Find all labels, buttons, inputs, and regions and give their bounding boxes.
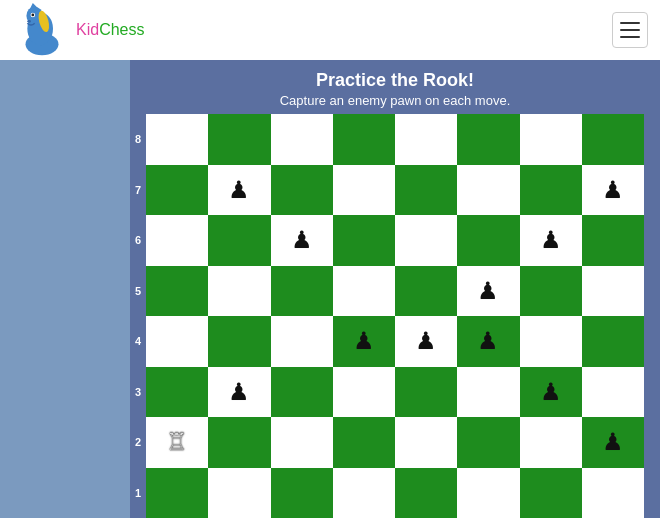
logo-text: KidChess (76, 21, 144, 39)
rank-3: 3 (130, 367, 146, 418)
black-pawn-e4: ♟ (415, 329, 437, 353)
cell-c1[interactable] (271, 468, 333, 519)
black-pawn-b3: ♟ (228, 380, 250, 404)
cell-f4[interactable]: ♟ (457, 316, 519, 367)
cell-a8[interactable] (146, 114, 208, 165)
cell-e2[interactable] (395, 417, 457, 468)
cell-d6[interactable] (333, 215, 395, 266)
cell-h3[interactable] (582, 367, 644, 418)
cell-d2[interactable] (333, 417, 395, 468)
cell-b4[interactable] (208, 316, 270, 367)
cell-c4[interactable] (271, 316, 333, 367)
cell-d3[interactable] (333, 367, 395, 418)
cell-h1[interactable] (582, 468, 644, 519)
cell-b5[interactable] (208, 266, 270, 317)
black-pawn-h2: ♟ (602, 430, 624, 454)
black-pawn-b7: ♟ (228, 178, 250, 202)
cell-c6[interactable]: ♟ (271, 215, 333, 266)
cell-c5[interactable] (271, 266, 333, 317)
cell-b3[interactable]: ♟ (208, 367, 270, 418)
cell-h5[interactable] (582, 266, 644, 317)
cell-f2[interactable] (457, 417, 519, 468)
cell-e6[interactable] (395, 215, 457, 266)
rank-1: 1 (130, 468, 146, 519)
cell-a3[interactable] (146, 367, 208, 418)
cell-c7[interactable] (271, 165, 333, 216)
cell-d7[interactable] (333, 165, 395, 216)
cell-h7[interactable]: ♟ (582, 165, 644, 216)
black-pawn-g6: ♟ (540, 228, 562, 252)
cell-g6[interactable]: ♟ (520, 215, 582, 266)
cell-b2[interactable] (208, 417, 270, 468)
cell-d1[interactable] (333, 468, 395, 519)
cell-c3[interactable] (271, 367, 333, 418)
rank-4: 4 (130, 316, 146, 367)
black-pawn-f4: ♟ (477, 329, 499, 353)
cell-a5[interactable] (146, 266, 208, 317)
cell-b7[interactable]: ♟ (208, 165, 270, 216)
hamburger-line-1 (620, 22, 640, 24)
cell-f7[interactable] (457, 165, 519, 216)
cell-b8[interactable] (208, 114, 270, 165)
cell-e3[interactable] (395, 367, 457, 418)
cell-d5[interactable] (333, 266, 395, 317)
black-pawn-g3: ♟ (540, 380, 562, 404)
cell-h6[interactable] (582, 215, 644, 266)
cell-g4[interactable] (520, 316, 582, 367)
cell-f3[interactable] (457, 367, 519, 418)
cell-a1[interactable] (146, 468, 208, 519)
cell-g3[interactable]: ♟ (520, 367, 582, 418)
rank-7: 7 (130, 165, 146, 216)
cell-f6[interactable] (457, 215, 519, 266)
white-rook-a2: ♖ (166, 430, 188, 454)
cell-a6[interactable] (146, 215, 208, 266)
cell-a2[interactable]: ♖ (146, 417, 208, 468)
rank-6: 6 (130, 215, 146, 266)
cell-e8[interactable] (395, 114, 457, 165)
cell-a7[interactable] (146, 165, 208, 216)
chess-board[interactable]: ♟ ♟ ♟ ♟ (146, 114, 644, 518)
cell-g1[interactable] (520, 468, 582, 519)
cell-g5[interactable] (520, 266, 582, 317)
cell-g2[interactable] (520, 417, 582, 468)
header: KidChess (0, 0, 660, 60)
cell-h2[interactable]: ♟ (582, 417, 644, 468)
main-content: Practice the Rook! Capture an enemy pawn… (0, 60, 660, 518)
rank-5: 5 (130, 266, 146, 317)
cell-g7[interactable] (520, 165, 582, 216)
black-pawn-d4: ♟ (353, 329, 375, 353)
horse-logo-icon (12, 3, 72, 58)
cell-e1[interactable] (395, 468, 457, 519)
svg-point-6 (31, 13, 34, 16)
right-section: Practice the Rook! Capture an enemy pawn… (130, 60, 660, 518)
cell-e5[interactable] (395, 266, 457, 317)
hamburger-line-3 (620, 36, 640, 38)
cell-b6[interactable] (208, 215, 270, 266)
cell-g8[interactable] (520, 114, 582, 165)
cell-f5[interactable]: ♟ (457, 266, 519, 317)
left-sidebar (0, 60, 130, 518)
cell-a4[interactable] (146, 316, 208, 367)
board-title: Practice the Rook! (130, 70, 660, 91)
board-container: 8 7 6 5 4 3 2 1 (130, 114, 660, 518)
logo-chess-text: Chess (99, 21, 144, 38)
cell-c8[interactable] (271, 114, 333, 165)
svg-point-7 (27, 19, 31, 22)
cell-d8[interactable] (333, 114, 395, 165)
cell-e4[interactable]: ♟ (395, 316, 457, 367)
black-pawn-c6: ♟ (291, 228, 313, 252)
cell-b1[interactable] (208, 468, 270, 519)
cell-c2[interactable] (271, 417, 333, 468)
cell-h8[interactable] (582, 114, 644, 165)
board-header: Practice the Rook! Capture an enemy pawn… (130, 60, 660, 114)
hamburger-button[interactable] (612, 12, 648, 48)
cell-d4[interactable]: ♟ (333, 316, 395, 367)
cell-e7[interactable] (395, 165, 457, 216)
right-sidebar (644, 114, 660, 518)
cell-f8[interactable] (457, 114, 519, 165)
rank-labels: 8 7 6 5 4 3 2 1 (130, 114, 146, 518)
cell-f1[interactable] (457, 468, 519, 519)
black-pawn-h7: ♟ (602, 178, 624, 202)
cell-h4[interactable] (582, 316, 644, 367)
black-pawn-f5: ♟ (477, 279, 499, 303)
